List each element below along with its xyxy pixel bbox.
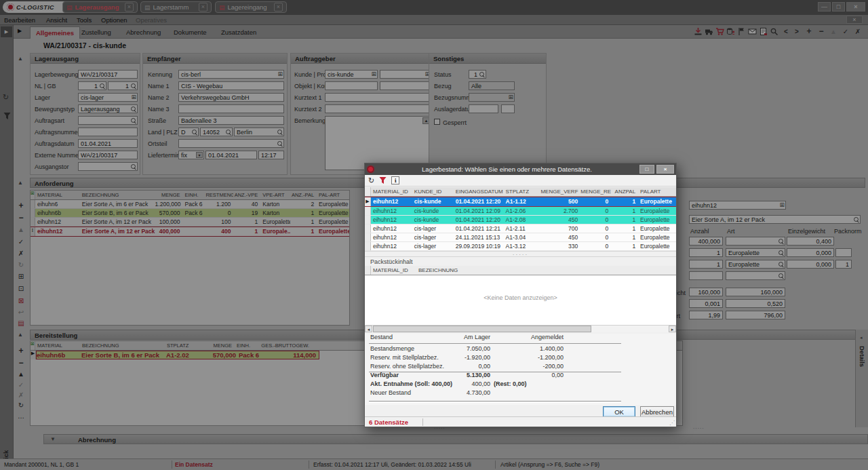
- refresh-icon[interactable]: ↻: [368, 176, 374, 185]
- scroll-left-icon[interactable]: ◂: [365, 326, 372, 332]
- horizontal-scrollbar[interactable]: ◂ ▸: [365, 325, 676, 332]
- table-row[interactable]: eihuhn12 cis-kunde 01.04.2021 12:20 A1-2…: [365, 216, 676, 224]
- dialog-close-button[interactable]: ×: [656, 165, 674, 174]
- table-row[interactable]: eihuhn12 cis-lager 29.09.2019 10:19 A1-3…: [365, 242, 676, 251]
- packstueck-table: MATERIAL_ID BEZEICHNUNG <Keine Daten anz…: [365, 266, 676, 325]
- summary-row: Reserv. mit Stellplatzbez. -1.920,00 -1.…: [365, 354, 676, 363]
- empty-data-message: <Keine Daten anzuzeigen>: [365, 294, 676, 301]
- bestand-rows: ▶ eihuhn12 cis-kunde 01.04.2021 12:20 A1…: [365, 197, 676, 251]
- filter-icon[interactable]: [379, 176, 387, 184]
- summary-header: Bestand Am Lager Angemeldet: [365, 334, 676, 342]
- dialog-titlebar[interactable]: Lagerbestand: Wählen Sie einen oder mehr…: [365, 163, 676, 175]
- summary-row: Bestandsmenge 7.050,00 1.400,00: [365, 345, 676, 354]
- cancel-button[interactable]: Abbrechen: [640, 406, 674, 417]
- summary-row: Akt. Entnahme (Soll: 400,00) 400,00 (Res…: [365, 380, 676, 389]
- table-header-row: MATERIAL_ID KUNDE_ID EINGANGSDATUM STPLA…: [365, 187, 676, 197]
- dialog-restore-button[interactable]: □: [639, 165, 654, 174]
- ok-button[interactable]: OK: [603, 406, 635, 417]
- scroll-right-icon[interactable]: ▸: [669, 326, 676, 332]
- summary-row: Verfügbar 5.130,00 0,00: [365, 372, 676, 380]
- lagerbestand-dialog: Lagerbestand: Wählen Sie einen oder mehr…: [364, 163, 677, 427]
- table-row[interactable]: eihuhn12 cis-lager 24.11.2021 15:13 A1-3…: [365, 233, 676, 242]
- application-window: C-LOGISTIC ▤ Lagerausgang × ▤ Lagerstamm…: [0, 0, 868, 470]
- bestand-summary: Bestand Am Lager Angemeldet Bestandsmeng…: [365, 334, 676, 405]
- scrollbar-thumb[interactable]: [373, 326, 591, 332]
- summary-row: Neuer Bestand 4.730,00: [365, 389, 676, 398]
- table-header-row: MATERIAL_ID BEZEICHNUNG: [365, 266, 676, 275]
- summary-row: Reserv. ohne Stellplatzbez. 0,00 -200,00: [365, 363, 676, 372]
- table-row[interactable]: eihuhn12 cis-lager 01.04.2021 12:21 A1-2…: [365, 224, 676, 233]
- bestand-table: MATERIAL_ID KUNDE_ID EINGANGSDATUM STPLA…: [365, 187, 676, 250]
- dialog-statusbar: 6 Datensätze ⋰: [365, 416, 676, 427]
- packstueck-label: Packstückinhalt: [370, 258, 413, 265]
- table-row[interactable]: ▶ eihuhn12 cis-kunde 01.04.2021 12:20 A1…: [365, 197, 676, 207]
- dialog-toolbar: ↻ i: [365, 175, 676, 187]
- dialog-logo-icon: [367, 165, 374, 173]
- record-count: 6 Datensätze: [369, 418, 408, 426]
- splitter-handle[interactable]: ·····: [365, 251, 676, 257]
- dialog-title: Lagerbestand: Wählen Sie einen oder mehr…: [374, 165, 639, 173]
- table-row[interactable]: eihuhn12 cis-kunde 01.04.2021 12:09 A1-2…: [365, 207, 676, 216]
- resize-grip-icon[interactable]: ⋰: [669, 420, 675, 426]
- info-icon[interactable]: i: [391, 176, 399, 184]
